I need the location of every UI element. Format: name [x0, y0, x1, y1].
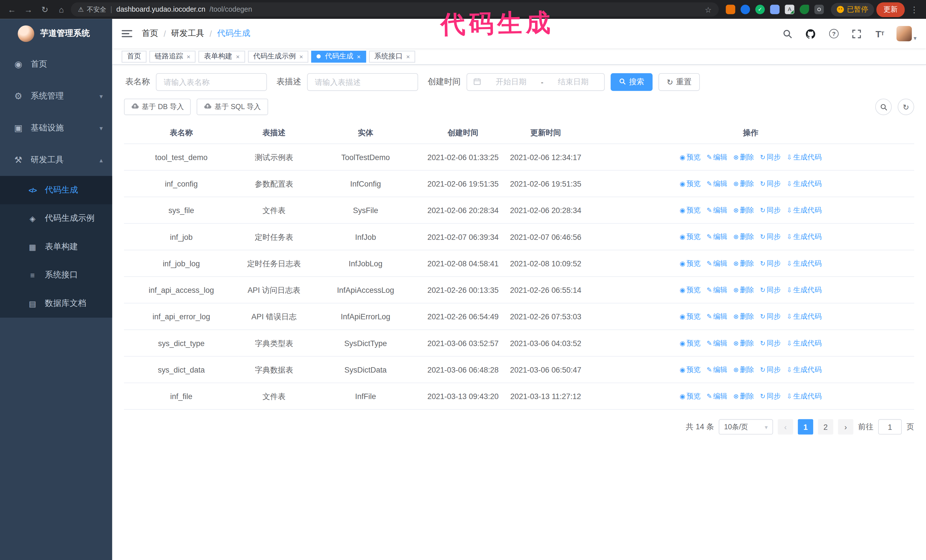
font-size-icon[interactable]: TT — [873, 27, 887, 40]
sidebar-item-dev-tools[interactable]: ⚒ 研发工具 ▴ — [0, 144, 112, 176]
delete-action[interactable]: ⊗删除 — [733, 285, 754, 296]
generate-code-action[interactable]: ⇩生成代码 — [787, 205, 822, 216]
tab-codegen-example[interactable]: 代码生成示例 × — [248, 50, 308, 62]
delete-action[interactable]: ⊗删除 — [733, 231, 754, 242]
delete-action[interactable]: ⊗删除 — [733, 152, 754, 163]
delete-action[interactable]: ⊗删除 — [733, 311, 754, 322]
goto-page-input[interactable] — [878, 419, 902, 435]
sync-action[interactable]: ↻同步 — [760, 285, 781, 296]
sidebar-item-home[interactable]: ◉ 首页 — [0, 48, 112, 80]
edit-action[interactable]: ✎编辑 — [707, 258, 728, 269]
browser-menu-icon[interactable]: ⋮ — [907, 2, 921, 17]
app-logo[interactable]: 芋道管理系统 — [0, 19, 112, 48]
delete-action[interactable]: ⊗删除 — [733, 338, 754, 349]
preview-action[interactable]: ◉预览 — [679, 364, 701, 376]
search-button[interactable]: 搜索 — [611, 73, 652, 91]
reset-button[interactable]: ↻ 重置 — [658, 73, 700, 91]
page-button-2[interactable]: 2 — [818, 419, 834, 435]
close-icon[interactable]: × — [357, 53, 361, 60]
preview-action[interactable]: ◉预览 — [679, 258, 701, 269]
import-from-sql-button[interactable]: 基于 SQL 导入 — [197, 98, 268, 115]
delete-action[interactable]: ⊗删除 — [733, 391, 754, 402]
create-time-range-picker[interactable]: 开始日期 - 结束日期 — [466, 73, 605, 91]
sync-action[interactable]: ↻同步 — [760, 364, 781, 376]
prev-page-button[interactable]: ‹ — [778, 419, 793, 435]
extension-icon[interactable] — [740, 5, 750, 14]
next-page-button[interactable]: › — [838, 419, 853, 435]
sync-action[interactable]: ↻同步 — [760, 338, 781, 349]
preview-action[interactable]: ◉预览 — [679, 311, 701, 322]
page-size-select[interactable]: 10条/页 ▾ — [719, 419, 773, 435]
close-icon[interactable]: × — [236, 53, 240, 60]
sync-action[interactable]: ↻同步 — [760, 231, 781, 242]
edit-action[interactable]: ✎编辑 — [707, 285, 728, 296]
generate-code-action[interactable]: ⇩生成代码 — [787, 258, 822, 269]
extension-icon[interactable] — [726, 5, 735, 14]
extension-icon[interactable] — [799, 5, 809, 14]
bookmark-star-icon[interactable]: ☆ — [705, 5, 711, 14]
import-from-db-button[interactable]: 基于 DB 导入 — [124, 98, 191, 115]
table-name-input[interactable] — [156, 73, 267, 91]
preview-action[interactable]: ◉预览 — [679, 205, 701, 216]
sidebar-item-system-management[interactable]: ⚙ 系统管理 ▾ — [0, 80, 112, 112]
generate-code-action[interactable]: ⇩生成代码 — [787, 285, 822, 296]
close-icon[interactable]: × — [187, 53, 190, 60]
sidebar-toggle-icon[interactable] — [122, 30, 132, 37]
edit-action[interactable]: ✎编辑 — [707, 152, 728, 163]
browser-update-button[interactable]: 更新 — [876, 2, 905, 17]
edit-action[interactable]: ✎编辑 — [707, 364, 728, 376]
preview-action[interactable]: ◉预览 — [679, 231, 701, 242]
sync-action[interactable]: ↻同步 — [760, 178, 781, 189]
edit-action[interactable]: ✎编辑 — [707, 231, 728, 242]
security-status[interactable]: ⚠ 不安全 — [78, 5, 106, 14]
tab-home[interactable]: 首页 — [122, 50, 147, 62]
delete-action[interactable]: ⊗删除 — [733, 364, 754, 376]
preview-action[interactable]: ◉预览 — [679, 152, 701, 163]
sidebar-item-system-api[interactable]: ≡ 系统接口 — [0, 261, 112, 289]
breadcrumb-section[interactable]: 研发工具 — [171, 28, 204, 39]
sidebar-item-code-generation[interactable]: </> 代码生成 — [0, 176, 112, 204]
sync-action[interactable]: ↻同步 — [760, 258, 781, 269]
edit-action[interactable]: ✎编辑 — [707, 338, 728, 349]
sync-action[interactable]: ↻同步 — [760, 391, 781, 402]
generate-code-action[interactable]: ⇩生成代码 — [787, 231, 822, 242]
delete-action[interactable]: ⊗删除 — [733, 205, 754, 216]
browser-reload-icon[interactable]: ↻ — [38, 2, 52, 17]
browser-home-icon[interactable]: ⌂ — [54, 2, 69, 17]
toggle-search-button[interactable] — [875, 98, 892, 115]
extension-icon[interactable] — [814, 5, 824, 14]
edit-action[interactable]: ✎编辑 — [707, 178, 728, 189]
page-button-1[interactable]: 1 — [798, 419, 813, 435]
generate-code-action[interactable]: ⇩生成代码 — [787, 152, 822, 163]
sync-action[interactable]: ↻同步 — [760, 311, 781, 322]
tab-form-builder[interactable]: 表单构建 × — [198, 50, 245, 62]
refresh-table-button[interactable]: ↻ — [898, 98, 914, 115]
browser-forward-icon[interactable]: → — [21, 2, 36, 17]
edit-action[interactable]: ✎编辑 — [707, 311, 728, 322]
edit-action[interactable]: ✎编辑 — [707, 391, 728, 402]
github-icon[interactable] — [804, 27, 817, 40]
close-icon[interactable]: × — [300, 53, 303, 60]
sync-action[interactable]: ↻同步 — [760, 205, 781, 216]
delete-action[interactable]: ⊗删除 — [733, 178, 754, 189]
generate-code-action[interactable]: ⇩生成代码 — [787, 178, 822, 189]
browser-back-icon[interactable]: ← — [5, 2, 19, 17]
generate-code-action[interactable]: ⇩生成代码 — [787, 338, 822, 349]
sync-action[interactable]: ↻同步 — [760, 152, 781, 163]
tab-code-generation[interactable]: 代码生成 × — [312, 50, 366, 62]
extension-icon[interactable]: ✓ — [755, 5, 765, 14]
search-icon[interactable] — [781, 27, 794, 40]
sidebar-item-infrastructure[interactable]: ▣ 基础设施 ▾ — [0, 112, 112, 144]
user-menu[interactable]: ▾ — [896, 26, 917, 41]
close-icon[interactable]: × — [406, 53, 410, 60]
preview-action[interactable]: ◉预览 — [679, 391, 701, 402]
tab-trace[interactable]: 链路追踪 × — [149, 50, 196, 62]
preview-action[interactable]: ◉预览 — [679, 285, 701, 296]
breadcrumb-home[interactable]: 首页 — [142, 28, 158, 39]
generate-code-action[interactable]: ⇩生成代码 — [787, 391, 822, 402]
generate-code-action[interactable]: ⇩生成代码 — [787, 364, 822, 376]
address-bar[interactable]: ⚠ 不安全 | dashboard.yudao.iocoder.cn /tool… — [71, 2, 719, 17]
edit-action[interactable]: ✎编辑 — [707, 205, 728, 216]
generate-code-action[interactable]: ⇩生成代码 — [787, 311, 822, 322]
translate-extension-icon[interactable]: A — [785, 5, 794, 14]
